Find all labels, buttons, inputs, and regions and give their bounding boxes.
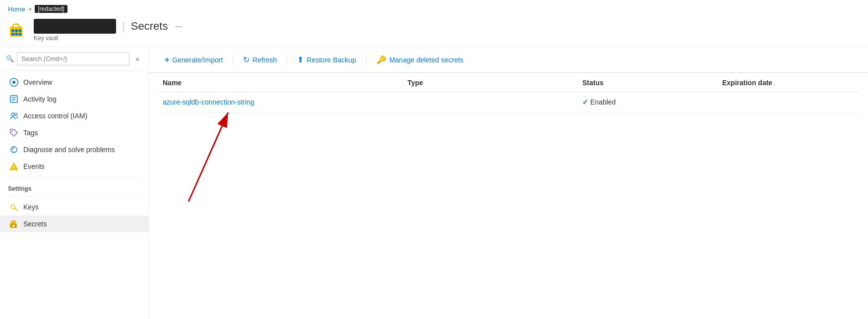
activity-log-icon [9, 95, 18, 104]
sidebar-item-secrets-label: Secrets [23, 220, 47, 228]
table-header-row: Name Type Status Expiration date [159, 73, 858, 92]
sidebar-item-secrets[interactable]: Secrets [0, 215, 148, 232]
restore-backup-label: Restore Backup [307, 56, 356, 64]
resource-title-area: | Secrets ··· Key vault [34, 19, 185, 42]
restore-backup-button[interactable]: ⬆ Restore Backup [291, 52, 362, 67]
svg-rect-2 [11, 29, 14, 32]
svg-rect-7 [19, 33, 21, 35]
resource-name-row: | Secrets ··· [34, 19, 185, 34]
secret-name-cell: azure-sqldb-connection-string [159, 92, 404, 112]
sidebar-item-access-control[interactable]: Access control (IAM) [0, 107, 148, 124]
svg-rect-6 [15, 33, 18, 35]
svg-rect-5 [11, 33, 14, 35]
key-vault-icon [8, 20, 28, 40]
nav-divider-2 [8, 196, 140, 197]
access-control-icon [9, 111, 18, 120]
refresh-button[interactable]: ↻ Refresh [237, 52, 283, 67]
diagnose-icon [9, 145, 18, 154]
overview-icon [9, 78, 18, 87]
secrets-icon [9, 219, 18, 228]
breadcrumb-resource: [redacted] [35, 5, 67, 13]
search-icon: 🔍 [6, 55, 14, 62]
collapse-button[interactable]: « [132, 54, 142, 64]
resource-header: | Secrets ··· Key vault [0, 16, 868, 47]
page-title-separator: | [122, 20, 125, 33]
secret-type-cell [404, 92, 579, 112]
secret-name-link[interactable]: azure-sqldb-connection-string [163, 98, 254, 106]
svg-point-18 [13, 151, 14, 152]
breadcrumb: Home > [redacted] [0, 0, 868, 16]
refresh-label: Refresh [252, 56, 277, 64]
content-area: + Generate/Import ↻ Refresh ⬆ Restore Ba… [149, 47, 868, 319]
table-row: azure-sqldb-connection-string ✓ Enabled [159, 92, 858, 112]
generate-import-label: Generate/Import [172, 56, 223, 64]
svg-rect-3 [15, 29, 18, 32]
more-options-button[interactable]: ··· [172, 20, 185, 33]
main-layout: 🔍 « Overview [0, 47, 868, 319]
sidebar-item-keys[interactable]: Keys [0, 199, 148, 215]
sidebar-item-activity-log-label: Activity log [23, 95, 57, 103]
table-area: Name Type Status Expiration date azure-s… [149, 73, 868, 319]
manage-deleted-icon: 🔑 [376, 55, 386, 64]
manage-deleted-label: Manage deleted secrets [389, 56, 463, 64]
toolbar: + Generate/Import ↻ Refresh ⬆ Restore Ba… [149, 47, 868, 73]
svg-rect-4 [19, 29, 21, 32]
nav-divider [8, 177, 140, 177]
svg-point-9 [12, 81, 15, 84]
search-input[interactable] [17, 52, 129, 65]
breadcrumb-home[interactable]: Home [8, 5, 25, 13]
secret-status-cell: ✓ Enabled [578, 92, 718, 112]
sidebar-item-diagnose[interactable]: Diagnose and solve problems [0, 141, 148, 158]
resource-subtitle: Key vault [34, 35, 185, 42]
manage-deleted-button[interactable]: 🔑 Manage deleted secrets [371, 52, 469, 67]
sidebar-item-diagnose-label: Diagnose and solve problems [23, 146, 115, 154]
sidebar-item-tags[interactable]: Tags [0, 124, 148, 141]
sidebar-item-keys-label: Keys [23, 203, 39, 211]
sidebar-item-overview-label: Overview [23, 78, 52, 86]
resource-name-blurred [34, 19, 116, 34]
col-header-type: Type [404, 73, 579, 92]
keys-icon [9, 203, 18, 212]
events-icon [9, 162, 18, 171]
page-title: Secrets [131, 20, 168, 33]
status-label: Enabled [590, 98, 616, 106]
sidebar: 🔍 « Overview [0, 47, 149, 319]
sidebar-item-activity-log[interactable]: Activity log [0, 91, 148, 107]
toolbar-divider-1 [233, 54, 233, 66]
svg-point-15 [15, 113, 17, 116]
generate-import-button[interactable]: + Generate/Import [159, 53, 229, 67]
svg-line-28 [188, 112, 228, 202]
refresh-icon: ↻ [243, 55, 249, 64]
toolbar-divider-2 [287, 54, 287, 66]
sidebar-search-area: 🔍 « [0, 47, 148, 71]
settings-section-label: Settings [0, 179, 148, 194]
toolbar-divider-3 [366, 54, 367, 66]
svg-point-14 [11, 113, 14, 116]
sidebar-item-access-control-label: Access control (IAM) [23, 112, 87, 120]
col-header-name: Name [159, 73, 404, 92]
secret-expiry-cell [718, 92, 858, 112]
svg-point-21 [13, 168, 14, 169]
sidebar-item-tags-label: Tags [23, 129, 38, 137]
plus-icon: + [165, 55, 169, 64]
col-header-expiration: Expiration date [718, 73, 858, 92]
sidebar-nav: Overview Activity log [0, 71, 148, 319]
svg-line-23 [14, 208, 17, 211]
sidebar-item-events-label: Events [23, 162, 45, 170]
sidebar-item-events[interactable]: Events [0, 158, 148, 175]
sidebar-item-overview[interactable]: Overview [0, 74, 148, 91]
check-icon: ✓ [582, 98, 588, 106]
breadcrumb-separator: > [28, 5, 32, 13]
tags-icon [9, 128, 18, 137]
svg-point-16 [12, 131, 13, 132]
restore-icon: ⬆ [297, 55, 304, 64]
secrets-table: Name Type Status Expiration date azure-s… [159, 73, 858, 112]
col-header-status: Status [578, 73, 718, 92]
status-enabled: ✓ Enabled [582, 98, 714, 106]
svg-rect-26 [12, 225, 14, 227]
